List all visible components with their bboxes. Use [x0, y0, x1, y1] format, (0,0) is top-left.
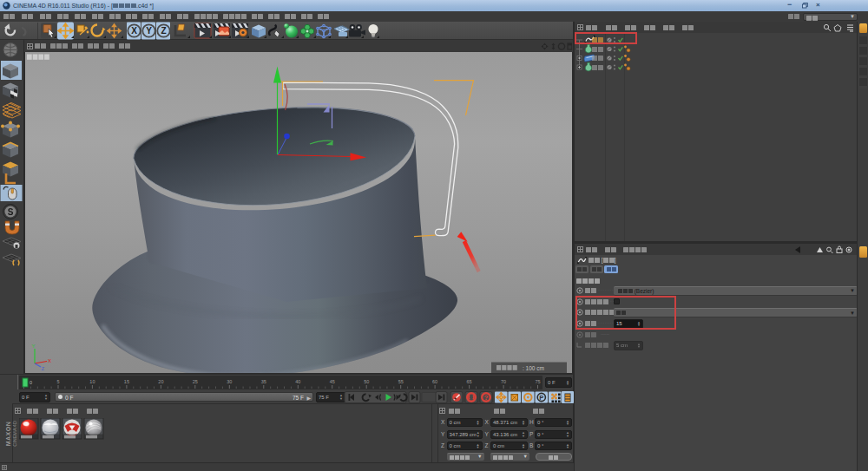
svg-text:0: 0	[30, 380, 32, 385]
svg-text:40: 40	[295, 379, 300, 384]
svg-text:65: 65	[467, 379, 472, 384]
svg-text:20: 20	[158, 379, 163, 384]
svg-text:75: 75	[535, 379, 540, 384]
svg-text:X: X	[131, 26, 137, 36]
svg-text:?: ?	[484, 394, 489, 402]
svg-text:15: 15	[124, 379, 129, 384]
svg-text:45: 45	[330, 379, 335, 384]
svg-text:S: S	[8, 207, 14, 217]
svg-text:55: 55	[398, 379, 404, 384]
svg-text:X: X	[48, 358, 51, 363]
svg-text:60: 60	[432, 379, 437, 384]
svg-text:P: P	[539, 394, 543, 402]
svg-text:Z: Z	[161, 26, 166, 36]
svg-text:30: 30	[227, 379, 232, 384]
svg-text:5: 5	[56, 379, 59, 384]
svg-text:Y: Y	[32, 343, 36, 349]
svg-text:70: 70	[501, 379, 506, 384]
svg-text:Y: Y	[146, 26, 152, 36]
svg-text:Z: Z	[42, 366, 45, 371]
svg-text:50: 50	[364, 379, 369, 384]
svg-text:35: 35	[261, 379, 266, 384]
svg-text:10: 10	[89, 379, 95, 384]
svg-text:25: 25	[193, 379, 198, 384]
svg-text:: 100 cm: : 100 cm	[523, 365, 544, 371]
